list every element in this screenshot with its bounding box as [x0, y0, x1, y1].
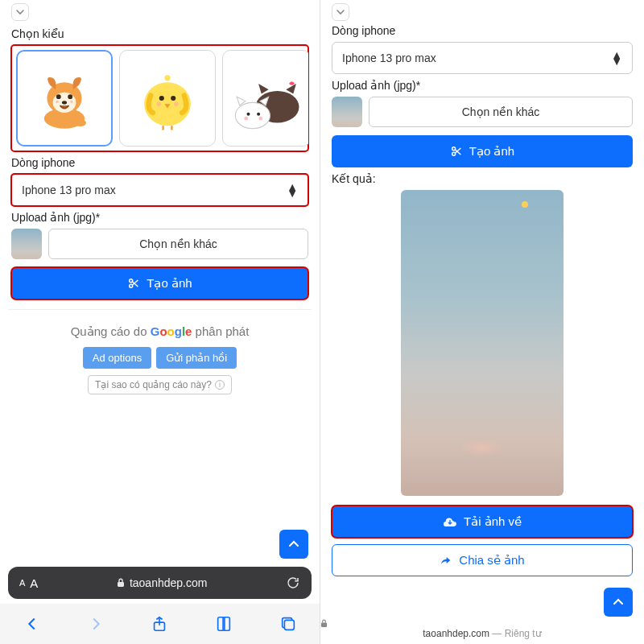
style-option-dog[interactable]	[16, 50, 113, 147]
choose-background-button[interactable]: Chọn nền khác	[48, 229, 308, 259]
lock-icon	[117, 578, 125, 588]
svg-point-4	[68, 94, 72, 99]
bookmarks-icon[interactable]	[214, 615, 233, 633]
upload-row: Chọn nền khác	[11, 229, 308, 259]
ads-title: Quảng cáo do Google phân phát	[16, 324, 303, 339]
tabs-icon[interactable]	[279, 615, 297, 633]
result-image	[401, 190, 564, 496]
result-container	[332, 190, 633, 496]
upload-row: Chọn nền khác	[332, 97, 633, 127]
svg-point-14	[174, 102, 178, 106]
share-icon[interactable]	[151, 614, 168, 634]
safari-chrome: AA taoanhdep.com	[0, 567, 320, 644]
right-screenshot: Dòng iphone Iphone 13 pro max ▲▼ Upload …	[320, 0, 644, 644]
iphone-select[interactable]: Iphone 13 pro max ▲▼	[332, 42, 633, 74]
choose-background-button[interactable]: Chọn nền khác	[369, 97, 633, 127]
svg-point-22	[258, 117, 262, 121]
url-display: taoanhdep.com	[117, 576, 208, 589]
svg-point-18	[235, 102, 270, 128]
send-feedback-button[interactable]: Gửi phản hồi	[156, 347, 237, 369]
iphone-select[interactable]: Iphone 13 pro max ▲▼	[11, 174, 308, 206]
google-logo-text: Google	[151, 324, 192, 338]
reload-icon[interactable]	[286, 576, 300, 590]
svg-point-8	[70, 101, 73, 104]
create-image-button[interactable]: Tạo ảnh	[332, 135, 633, 167]
collapse-row	[320, 0, 644, 23]
choose-style-label: Chọn kiểu	[0, 23, 320, 45]
iphone-section-label: Dòng iphone	[0, 151, 320, 174]
create-image-label: Tạo ảnh	[147, 276, 192, 291]
back-icon[interactable]	[23, 615, 41, 633]
select-arrows-icon: ▲▼	[611, 52, 622, 64]
share-arrow-icon	[440, 555, 452, 566]
download-image-button[interactable]: Tải ảnh về	[332, 506, 633, 538]
create-image-button[interactable]: Tạo ảnh	[11, 267, 308, 299]
iphone-select-wrapper: Iphone 13 pro max ▲▼	[11, 174, 308, 206]
style-option-chicken[interactable]	[119, 50, 216, 147]
result-label: Kết quả:	[320, 167, 644, 190]
scroll-top-button[interactable]	[604, 588, 633, 617]
svg-rect-30	[321, 623, 327, 627]
text-size-button[interactable]: AA	[19, 576, 38, 590]
download-label: Tải ảnh về	[464, 514, 522, 529]
svg-point-7	[56, 101, 59, 104]
svg-rect-27	[284, 620, 294, 630]
share-label: Chia sẻ ảnh	[459, 553, 524, 568]
safari-url-bar[interactable]: AA taoanhdep.com	[8, 567, 312, 599]
iphone-select-value: Iphone 13 pro max	[342, 52, 436, 64]
cloud-download-icon	[443, 515, 457, 528]
left-screenshot: Chọn kiểu	[0, 0, 320, 644]
footer-url: taoanhdep.com — Riêng tư	[320, 619, 644, 639]
style-option-cats[interactable]	[222, 50, 308, 147]
svg-point-11	[159, 96, 164, 101]
svg-rect-25	[118, 582, 124, 587]
scissors-icon	[450, 145, 463, 158]
svg-point-21	[244, 117, 248, 121]
svg-point-20	[257, 113, 260, 116]
svg-point-10	[164, 75, 170, 80]
svg-point-5	[62, 101, 67, 104]
svg-point-3	[56, 94, 61, 99]
google-ads-block: Quảng cáo do Google phân phát Ad options…	[8, 309, 312, 402]
svg-point-19	[247, 113, 250, 116]
ad-options-button[interactable]: Ad options	[83, 347, 151, 369]
collapse-row	[0, 0, 320, 23]
chevron-down-icon[interactable]	[11, 3, 29, 21]
upload-thumbnail[interactable]	[11, 229, 42, 259]
select-arrows-icon: ▲▼	[287, 184, 298, 196]
share-image-button[interactable]: Chia sẻ ảnh	[332, 544, 633, 576]
scissors-icon	[127, 277, 140, 290]
upload-label: Upload ảnh (jpg)*	[320, 74, 644, 97]
create-image-label: Tạo ảnh	[469, 144, 514, 159]
upload-label: Upload ảnh (jpg)*	[0, 206, 320, 229]
info-icon: i	[215, 380, 225, 390]
iphone-section-label: Dòng iphone	[320, 23, 644, 42]
iphone-select-value: Iphone 13 pro max	[22, 184, 116, 196]
chevron-down-icon[interactable]	[332, 3, 349, 21]
iphone-select-wrapper: Iphone 13 pro max ▲▼	[332, 42, 633, 74]
lock-icon	[320, 619, 644, 628]
svg-point-6	[75, 119, 86, 126]
scroll-top-button[interactable]	[279, 530, 308, 559]
style-selector	[11, 45, 308, 151]
upload-thumbnail[interactable]	[332, 97, 362, 127]
safari-toolbar	[0, 604, 320, 644]
why-ad-button[interactable]: Tại sao có quảng cáo này? i	[88, 375, 232, 394]
svg-point-13	[157, 102, 161, 106]
svg-point-12	[171, 96, 175, 101]
forward-icon[interactable]	[87, 615, 105, 633]
